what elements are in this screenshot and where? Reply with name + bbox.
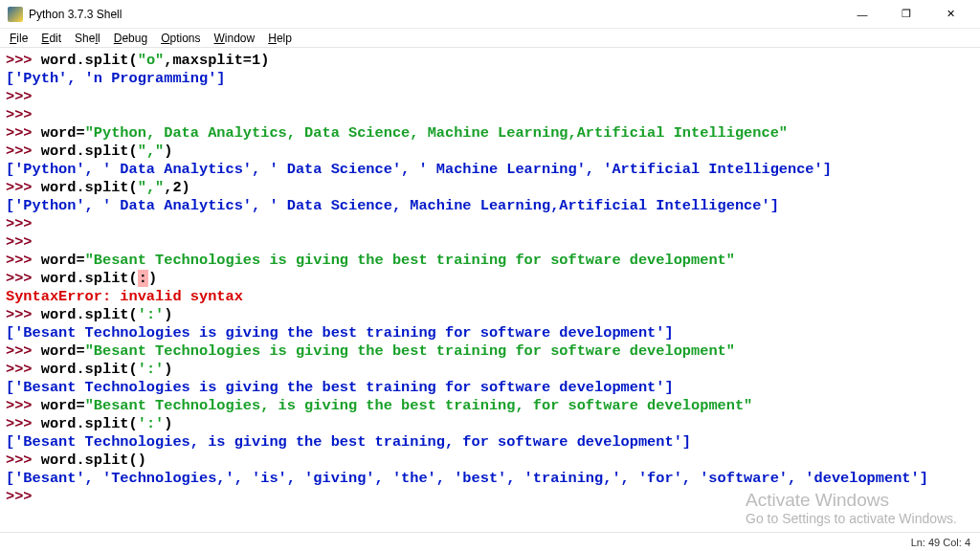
menubar: File Edit Shell Debug Options Window Hel… <box>0 29 980 48</box>
shell-output-line: ['Besant Technologies is giving the best… <box>6 324 974 342</box>
menu-window[interactable]: Window <box>209 30 261 47</box>
shell-output-line: ['Python', ' Data Analytics', ' Data Sci… <box>6 197 974 215</box>
shell-output-line: ['Besant Technologies, is giving the bes… <box>6 433 974 452</box>
minimize-button[interactable]: — <box>840 0 884 29</box>
shell-input-line: >>> <box>6 233 974 252</box>
menu-debug[interactable]: Debug <box>108 30 153 47</box>
shell-input-line: >>> word="Python, Data Analytics, Data S… <box>6 124 974 143</box>
shell-output-line: ['Besant Technologies is giving the best… <box>6 379 974 397</box>
maximize-button[interactable]: ❐ <box>884 0 928 29</box>
shell-output-line: ['Besant', 'Technologies,', 'is', 'givin… <box>6 470 974 488</box>
shell-input-line: >>> <box>6 88 974 106</box>
shell-input-line: >>> <box>6 106 974 124</box>
shell-input-line: >>> word.split(':') <box>6 306 974 324</box>
shell-output-line: ['Python', ' Data Analytics', ' Data Sci… <box>6 161 974 179</box>
window-controls: — ❐ ✕ <box>840 0 972 29</box>
titlebar: Python 3.7.3 Shell — ❐ ✕ <box>0 0 980 29</box>
python-icon <box>8 7 23 22</box>
shell-input-line: >>> word="Besant Technologies, is giving… <box>6 397 974 415</box>
menu-options[interactable]: Options <box>155 30 206 47</box>
window-title: Python 3.7.3 Shell <box>29 8 840 21</box>
shell-input-line: >>> word.split(':') <box>6 361 974 379</box>
shell-input-line: >>> <box>6 215 974 233</box>
shell-editor[interactable]: >>> word.split("o",maxsplit=1)['Pyth', '… <box>0 48 980 532</box>
cursor-position: Ln: 49 Col: 4 <box>911 537 970 548</box>
close-button[interactable]: ✕ <box>928 0 972 29</box>
menu-file[interactable]: File <box>4 30 33 47</box>
shell-error-line: SyntaxError: invalid syntax <box>6 288 974 306</box>
menu-shell[interactable]: Shell <box>69 30 106 47</box>
shell-input-line: >>> word.split(",",2) <box>6 179 974 197</box>
shell-input-line: >>> word="Besant Technologies is giving … <box>6 342 974 361</box>
statusbar: Ln: 49 Col: 4 <box>0 532 980 551</box>
shell-input-line: >>> word.split(",") <box>6 143 974 161</box>
shell-input-line: >>> word.split(:) <box>6 270 974 288</box>
shell-input-line: >>> word.split("o",maxsplit=1) <box>6 52 974 70</box>
menu-edit[interactable]: Edit <box>35 30 67 47</box>
shell-output-line: ['Pyth', 'n Programming'] <box>6 70 974 88</box>
shell-input-line: >>> word="Besant Technologies is giving … <box>6 252 974 270</box>
shell-input-line: >>> <box>6 488 974 506</box>
menu-help[interactable]: Help <box>262 30 298 47</box>
shell-input-line: >>> word.split() <box>6 452 974 470</box>
shell-input-line: >>> word.split(':') <box>6 415 974 433</box>
